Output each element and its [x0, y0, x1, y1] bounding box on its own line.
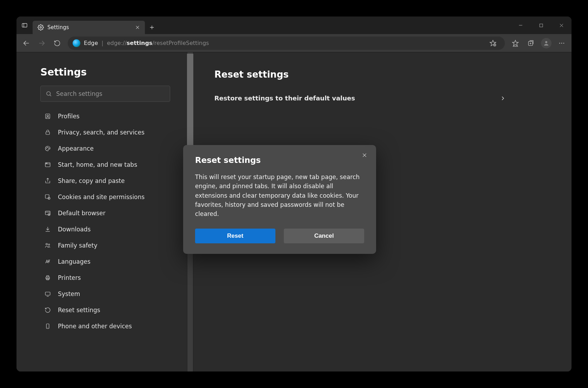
maximize-button[interactable] [531, 17, 551, 34]
tab-title: Settings [47, 24, 69, 31]
nav-label: Default browser [58, 210, 106, 217]
titlebar: Settings [16, 17, 572, 34]
svg-point-25 [563, 42, 564, 44]
nav-profiles[interactable]: Profiles [40, 108, 180, 124]
system-icon [44, 291, 52, 297]
back-button[interactable] [19, 36, 33, 50]
nav-label: Downloads [58, 226, 91, 233]
more-button[interactable] [555, 36, 569, 50]
nav-share-copy-paste[interactable]: Share, copy and paste [40, 173, 180, 189]
dialog-buttons: Reset Cancel [195, 229, 364, 243]
svg-point-29 [47, 115, 49, 117]
nav-label: Cookies and site permissions [58, 193, 145, 200]
reset-button[interactable]: Reset [195, 229, 275, 243]
browser-window: Settings Edge | edge://s [16, 17, 572, 371]
svg-rect-50 [47, 276, 49, 277]
nav-label: Reset settings [58, 307, 100, 314]
refresh-button[interactable] [50, 36, 64, 50]
tab-settings[interactable]: Settings [33, 21, 145, 34]
nav-languages[interactable]: Languages [40, 254, 180, 270]
profile-button[interactable] [539, 36, 553, 50]
nav-label: Share, copy and paste [58, 177, 125, 184]
dialog-close-button[interactable] [359, 150, 370, 160]
nav-label: Printers [58, 274, 81, 281]
reset-icon [44, 307, 52, 313]
section-title: Reset settings [214, 69, 550, 80]
window-icon [44, 162, 52, 168]
svg-rect-39 [45, 195, 49, 198]
svg-point-26 [47, 92, 51, 96]
nav-system[interactable]: System [40, 286, 180, 302]
svg-point-33 [49, 148, 49, 149]
new-tab-button[interactable] [145, 21, 159, 34]
avatar-icon [541, 38, 552, 48]
svg-point-32 [47, 147, 48, 148]
svg-point-24 [561, 42, 562, 44]
collections-button[interactable] [524, 36, 538, 50]
svg-rect-8 [540, 24, 543, 27]
row-label: Restore settings to their default values [214, 94, 355, 102]
svg-point-47 [48, 244, 50, 245]
cancel-button[interactable]: Cancel [284, 229, 364, 243]
dialog-title: Reset settings [195, 156, 364, 165]
sidebar: Settings Search settings Profiles Privac… [16, 52, 187, 371]
svg-point-23 [559, 42, 560, 44]
share-icon [44, 178, 52, 184]
address-bar[interactable]: Edge | edge://settings/resetProfileSetti… [68, 37, 505, 50]
nav-downloads[interactable]: Downloads [40, 221, 180, 237]
chevron-right-icon [500, 96, 506, 101]
svg-point-2 [40, 27, 42, 28]
nav-reset-settings[interactable]: Reset settings [40, 302, 180, 318]
forward-button[interactable] [35, 36, 49, 50]
download-icon [44, 226, 52, 232]
address-separator: | [101, 40, 103, 46]
svg-rect-52 [45, 292, 50, 295]
nav-phone-devices[interactable]: Phone and other devices [40, 318, 180, 334]
nav-label: Start, home, and new tabs [58, 161, 137, 168]
favorites-button[interactable] [508, 36, 522, 50]
toolbar: Edge | edge://settings/resetProfileSetti… [16, 34, 572, 52]
gear-icon [38, 24, 44, 31]
favorite-add-icon[interactable] [486, 36, 500, 50]
nav-label: Family safety [58, 242, 98, 249]
phone-icon [44, 323, 52, 329]
svg-marker-17 [513, 40, 519, 46]
svg-rect-28 [46, 114, 50, 119]
nav-label: Phone and other devices [58, 323, 132, 330]
nav-cookies[interactable]: Cookies and site permissions [40, 189, 180, 205]
svg-point-46 [46, 243, 48, 245]
restore-defaults-row[interactable]: Restore settings to their default values [214, 92, 506, 104]
nav-label: Appearance [58, 145, 94, 152]
reset-settings-dialog: Reset settings This will reset your star… [183, 145, 376, 254]
nav-start-home[interactable]: Start, home, and new tabs [40, 157, 180, 173]
cookie-gear-icon [44, 194, 52, 200]
address-site-label: Edge [84, 40, 98, 46]
nav-default-browser[interactable]: Default browser [40, 205, 180, 221]
nav-label: Profiles [58, 113, 80, 120]
nav-appearance[interactable]: Appearance [40, 140, 180, 157]
browser-check-icon [44, 210, 52, 216]
dialog-body: This will reset your startup page, new t… [195, 172, 364, 219]
family-icon [44, 242, 52, 249]
palette-icon [44, 145, 52, 152]
svg-point-37 [47, 163, 47, 163]
lock-icon [44, 129, 52, 136]
nav-family-safety[interactable]: Family safety [40, 237, 180, 254]
svg-rect-49 [46, 277, 50, 279]
settings-nav: Profiles Privacy, search, and services A… [40, 108, 180, 334]
nav-privacy[interactable]: Privacy, search, and services [40, 124, 180, 140]
minimize-button[interactable] [510, 17, 531, 34]
svg-point-36 [46, 163, 46, 163]
svg-point-31 [46, 148, 47, 149]
settings-title: Settings [40, 66, 180, 78]
tab-close-button[interactable] [135, 25, 140, 30]
tab-actions-button[interactable] [16, 17, 33, 34]
svg-point-22 [545, 41, 547, 43]
svg-rect-0 [22, 24, 27, 27]
nav-label: System [58, 290, 80, 297]
nav-printers[interactable]: Printers [40, 270, 180, 286]
close-window-button[interactable] [551, 17, 572, 34]
edge-logo-icon [73, 39, 80, 47]
printer-icon [44, 275, 52, 281]
search-settings-input[interactable]: Search settings [40, 86, 170, 102]
